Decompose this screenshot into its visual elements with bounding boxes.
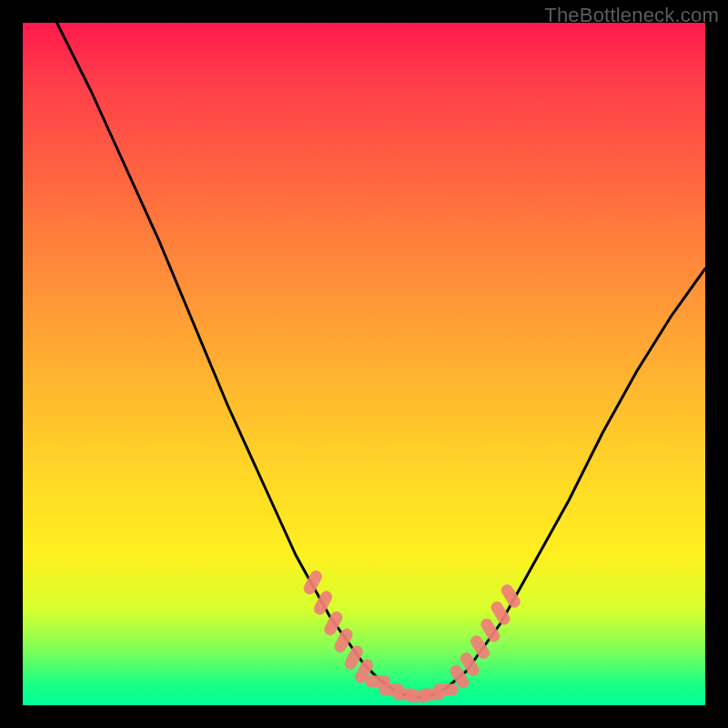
data-marker bbox=[309, 576, 316, 588]
data-marker bbox=[330, 617, 337, 629]
data-marker bbox=[456, 671, 463, 682]
data-marker bbox=[360, 665, 367, 677]
data-marker bbox=[319, 597, 326, 609]
bottleneck-chart bbox=[23, 23, 705, 705]
bottleneck-curve-path bbox=[57, 23, 706, 697]
marker-layer bbox=[309, 576, 514, 696]
data-marker bbox=[507, 591, 514, 602]
data-marker bbox=[487, 624, 494, 636]
data-marker bbox=[477, 642, 484, 653]
curve-layer bbox=[57, 23, 706, 697]
chart-gradient-area bbox=[23, 23, 705, 705]
data-marker bbox=[497, 607, 504, 619]
data-marker bbox=[466, 659, 473, 671]
data-marker bbox=[340, 634, 347, 646]
data-marker bbox=[350, 652, 357, 663]
